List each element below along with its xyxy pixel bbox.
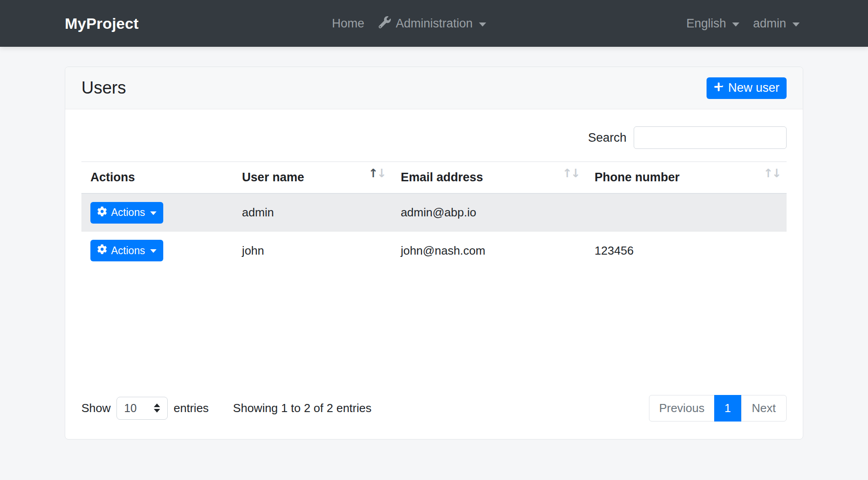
navbar-right: English admin [686,0,800,47]
sort-asc-icon: ↑ [763,166,772,180]
users-table: Actions User name ↑↓ Email address ↑↓ Ph… [81,161,787,270]
card-header: Users New user [65,67,803,109]
sort-desc-icon: ↓ [772,166,780,180]
search-label: Search [588,131,626,145]
gear-icon [97,244,107,257]
email-cell: john@nash.com [392,232,586,270]
search-row: Search [81,126,787,149]
email-cell: admin@abp.io [392,193,586,232]
page-size-value: 10 [124,402,137,415]
plus-icon [714,81,724,95]
column-label: Actions [90,170,135,184]
chevron-down-icon [792,22,800,27]
wrench-icon [379,16,391,31]
column-header-phone[interactable]: Phone number ↑↓ [586,162,787,193]
user-dropdown[interactable]: admin [753,17,800,31]
pagination-previous[interactable]: Previous [649,395,714,422]
chevron-down-icon [150,249,157,253]
page-title: Users [81,78,126,98]
chevron-down-icon [479,22,486,27]
card-body: Search Actions User name ↑↓ Email addres… [65,126,803,422]
nav-item-home[interactable]: Home [332,17,364,31]
users-card: Users New user Search Actions User name [65,67,803,440]
showing-entries-status: Showing 1 to 2 of 2 entries [233,401,371,415]
sort-desc-icon: ↓ [571,166,579,180]
show-label: Show [81,401,111,415]
table-footer: Show 10 entries Showing 1 to 2 of 2 entr… [81,395,787,422]
language-dropdown[interactable]: English [686,17,740,31]
top-navbar: MyProject Home Administration English ad… [0,0,868,47]
nav-item-administration[interactable]: Administration [379,16,486,31]
chevron-down-icon [732,22,739,27]
sort-asc-icon: ↑ [563,166,571,180]
user-label: admin [753,17,786,31]
search-input[interactable] [634,126,787,149]
user-name-cell: admin [233,193,392,232]
column-label: Phone number [595,170,680,184]
language-label: English [686,17,726,31]
table-row: Actions admin admin@abp.io [81,193,787,232]
chevron-down-icon [150,211,157,215]
pagination-page-1[interactable]: 1 [714,395,742,422]
actions-button-label: Actions [111,245,145,257]
brand-logo[interactable]: MyProject [65,15,139,32]
pagination-next[interactable]: Next [741,395,787,422]
column-header-actions: Actions [81,162,233,193]
new-user-button[interactable]: New user [707,77,787,99]
sort-desc-icon: ↓ [377,166,385,180]
phone-cell [586,193,787,232]
sort-icons: ↑↓ [368,166,385,180]
new-user-button-label: New user [728,81,779,95]
nav-administration-label: Administration [396,17,473,31]
row-actions-button[interactable]: Actions [90,240,163,261]
nav-home-label: Home [332,17,364,31]
column-label: User name [242,170,304,184]
user-name-cell: john [233,232,392,270]
actions-cell: Actions [81,193,233,232]
column-header-user-name[interactable]: User name ↑↓ [233,162,392,193]
pagination: Previous 1 Next [649,395,787,422]
column-label: Email address [401,170,483,184]
entries-label: entries [174,401,209,415]
table-empty-space [81,270,787,395]
actions-button-label: Actions [111,206,145,219]
page-size-select[interactable]: 10 [116,397,168,420]
sort-asc-icon: ↑ [368,166,377,180]
column-header-email[interactable]: Email address ↑↓ [392,162,586,193]
table-header: Actions User name ↑↓ Email address ↑↓ Ph… [81,162,787,193]
main-nav: Home Administration [332,0,486,47]
select-arrows-icon [154,404,160,413]
sort-icons: ↑↓ [563,166,580,180]
row-actions-button[interactable]: Actions [90,202,163,224]
gear-icon [97,206,107,219]
sort-icons: ↑↓ [763,166,780,180]
phone-cell: 123456 [586,232,787,270]
actions-cell: Actions [81,232,233,270]
table-row: Actions john john@nash.com 123456 [81,232,787,270]
